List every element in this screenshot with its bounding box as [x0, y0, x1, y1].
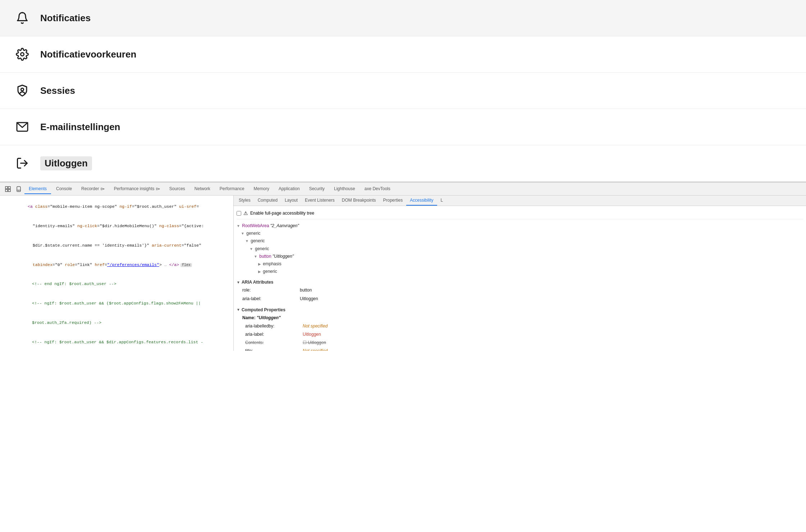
application-tab[interactable]: Application — [274, 184, 304, 194]
envelope-icon — [14, 119, 30, 135]
a11y-tree-root[interactable]: ▼ RootWebArea "2_Aanvragen" — [237, 222, 803, 230]
main-content: Notificaties Notificatievoorkeuren Sessi… — [0, 0, 806, 182]
right-subtabs: Styles Computed Layout Event Listeners D… — [234, 196, 806, 206]
memory-tab[interactable]: Memory — [249, 184, 274, 194]
lighthouse-tab[interactable]: Lighthouse — [330, 184, 360, 194]
computed-contents-value: ☐ Uitloggen — [303, 339, 326, 346]
computed-properties-header[interactable]: ▼ Computed Properties — [237, 306, 803, 314]
notification-preferences-label: Notificatievoorkeuren — [40, 49, 136, 60]
menu-item-notifications[interactable]: Notificaties — [0, 0, 806, 36]
bell-icon — [14, 10, 30, 26]
devtools-toolbar: Elements Console Recorder ⌲ Performance … — [0, 183, 806, 196]
svg-point-1 — [21, 53, 24, 56]
aria-attributes-section: ▼ ARIA Attributes role: button aria-labe… — [237, 278, 803, 303]
devtools-panel: Elements Console Recorder ⌲ Performance … — [0, 182, 806, 351]
svg-rect-7 — [5, 189, 8, 192]
computed-contents-key: Contents: — [245, 339, 303, 346]
computed-aria-label-key: aria-label: — [245, 331, 303, 338]
a11y-node-button[interactable]: ▼ button "Uitloggen" — [237, 253, 803, 260]
aria-role-row: role: button — [237, 286, 803, 294]
aria-role-value: button — [300, 287, 312, 294]
enable-a11y-tree-row: ⚠ Enable full-page accessibility tree — [237, 209, 803, 219]
logout-label: Uitloggen — [40, 156, 92, 170]
elements-tab[interactable]: Elements — [24, 184, 51, 194]
recorder-tab[interactable]: Recorder ⌲ — [77, 184, 109, 194]
code-line-5[interactable]: <!-- end ngIf: $root.auth_user --> — [0, 274, 233, 294]
computed-name-key: Name: "Uitloggen" — [242, 315, 300, 321]
shield-person-icon — [14, 83, 30, 98]
aria-role-key: role: — [242, 287, 300, 294]
a11y-node-generic-2[interactable]: ▼ generic — [237, 237, 803, 245]
dom-breakpoints-subtab[interactable]: DOM Breakpoints — [338, 196, 380, 206]
aria-label-value: Uitloggen — [300, 295, 318, 302]
computed-properties-section: ▼ Computed Properties Name: "Uitloggen" … — [237, 306, 803, 351]
sources-tab[interactable]: Sources — [165, 184, 189, 194]
inspect-element-icon[interactable] — [3, 184, 13, 194]
computed-labelledby-value: Not specified — [303, 323, 328, 330]
layout-subtab[interactable]: Layout — [281, 196, 301, 206]
sign-out-icon — [14, 155, 30, 171]
elements-panel: <a class="mobile-menu-item ng-scope" ng-… — [0, 196, 234, 351]
elements-panel-wrapper: <a class="mobile-menu-item ng-scope" ng-… — [0, 196, 234, 351]
computed-title-key: title: — [245, 348, 303, 351]
a11y-tree: ▼ RootWebArea "2_Aanvragen" ▼ generic ▼ … — [237, 222, 803, 275]
aria-label-row: aria-label: Uitloggen — [237, 295, 803, 303]
right-panel: Styles Computed Layout Event Listeners D… — [234, 196, 806, 351]
notifications-label: Notificaties — [40, 13, 91, 24]
properties-subtab[interactable]: Properties — [380, 196, 407, 206]
code-line-6[interactable]: <!-- ngIf: $root.auth_user && ($root.app… — [0, 294, 233, 313]
axe-devtools-tab[interactable]: axe DevTools — [360, 184, 395, 194]
code-line-2[interactable]: "identity-emails" ng-click="$dir.hideMob… — [0, 216, 233, 236]
code-line-4[interactable]: tabindex="0" role="link" href="/preferen… — [0, 255, 233, 274]
menu-item-email-settings[interactable]: E-mailinstellingen — [0, 109, 806, 145]
svg-point-11 — [18, 191, 19, 191]
a11y-root-label: RootWebArea "2_Aanvragen" — [242, 223, 299, 228]
svg-point-2 — [21, 88, 24, 91]
accessibility-subtab[interactable]: Accessibility — [406, 196, 437, 206]
computed-labelledby-key: aria-labelledby: — [245, 323, 303, 330]
menu-item-sessions[interactable]: Sessies — [0, 73, 806, 109]
code-line-7[interactable]: $root.auth_2fa.required) --> — [0, 313, 233, 332]
a11y-node-generic-1[interactable]: ▼ generic — [237, 230, 803, 237]
a11y-node-generic-3[interactable]: ▼ generic — [237, 245, 803, 253]
performance-tab[interactable]: Performance — [215, 184, 249, 194]
aria-attributes-header[interactable]: ▼ ARIA Attributes — [237, 278, 803, 286]
code-line-3[interactable]: $dir.$state.current.name == 'identity-em… — [0, 236, 233, 255]
l-subtab[interactable]: L — [437, 196, 447, 206]
a11y-node-generic-inner[interactable]: ▶ generic — [237, 268, 803, 275]
a11y-tree-icon: ⚠ — [243, 210, 248, 216]
computed-title-row: title: Not specified — [237, 347, 803, 351]
event-listeners-subtab[interactable]: Event Listeners — [301, 196, 338, 206]
computed-properties-title: Computed Properties — [242, 307, 285, 312]
computed-contents-row: Contents: ☐ Uitloggen — [237, 339, 803, 347]
computed-title-value: Not specified — [303, 348, 328, 351]
enable-a11y-tree-checkbox[interactable] — [237, 211, 241, 216]
aria-attributes-title: ARIA Attributes — [242, 280, 273, 285]
gear-icon — [14, 46, 30, 62]
sessions-label: Sessies — [40, 85, 75, 96]
accessibility-panel-content: ⚠ Enable full-page accessibility tree ▼ … — [234, 206, 806, 351]
device-toolbar-icon[interactable] — [14, 184, 24, 194]
email-settings-label: E-mailinstellingen — [40, 121, 120, 133]
svg-rect-6 — [8, 187, 10, 189]
menu-item-logout[interactable]: Uitloggen — [0, 145, 806, 182]
enable-a11y-tree-label: Enable full-page accessibility tree — [250, 211, 314, 216]
computed-aria-label-row: aria-label: Uitloggen — [237, 330, 803, 339]
aria-label-key: aria-label: — [242, 295, 300, 302]
devtools-body: <a class="mobile-menu-item ng-scope" ng-… — [0, 196, 806, 351]
computed-aria-label-value: Uitloggen — [303, 331, 321, 338]
styles-subtab[interactable]: Styles — [235, 196, 254, 206]
console-tab[interactable]: Console — [52, 184, 76, 194]
network-tab[interactable]: Network — [190, 184, 215, 194]
computed-name-row: Name: "Uitloggen" — [237, 314, 803, 322]
svg-rect-5 — [5, 187, 8, 189]
menu-item-notification-preferences[interactable]: Notificatievoorkeuren — [0, 36, 806, 73]
security-tab[interactable]: Security — [305, 184, 329, 194]
a11y-node-emphasis[interactable]: ▶ emphasis — [237, 260, 803, 268]
computed-subtab[interactable]: Computed — [254, 196, 281, 206]
computed-aria-labelledby-row: aria-labelledby: Not specified — [237, 322, 803, 330]
svg-rect-8 — [8, 189, 10, 192]
code-line-8[interactable]: <!-- ngIf: $root.auth_user && $dir.appCo… — [0, 332, 233, 351]
performance-insights-tab[interactable]: Performance insights ⌲ — [110, 184, 164, 194]
code-line-1[interactable]: <a class="mobile-menu-item ng-scope" ng-… — [0, 197, 233, 216]
